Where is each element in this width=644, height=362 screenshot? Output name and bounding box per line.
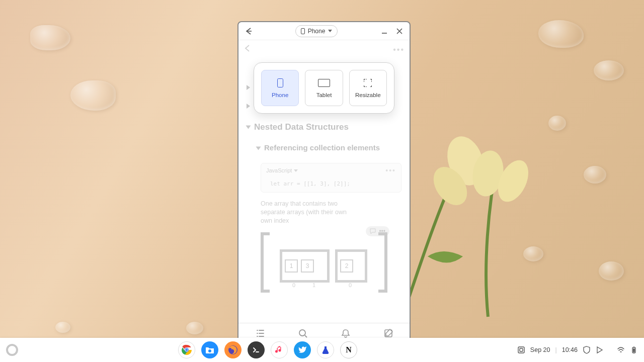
svg-rect-16 bbox=[633, 348, 635, 352]
chevron-down-icon bbox=[328, 30, 332, 32]
device-selector-popup: Phone Tablet Resizable bbox=[254, 62, 394, 114]
search-icon bbox=[298, 328, 308, 338]
device-option-phone[interactable]: Phone bbox=[261, 70, 299, 106]
terminal-icon bbox=[252, 346, 260, 354]
app-files[interactable] bbox=[201, 341, 218, 358]
titlebar: Phone bbox=[238, 22, 410, 40]
close-button[interactable] bbox=[393, 25, 406, 37]
option-label: Resizable bbox=[355, 92, 381, 98]
device-option-tablet[interactable]: Tablet bbox=[305, 70, 343, 106]
phone-icon bbox=[277, 78, 283, 87]
chrome-icon bbox=[181, 344, 193, 356]
minimize-button[interactable] bbox=[378, 25, 390, 37]
device-label: Phone bbox=[308, 28, 326, 35]
shield-icon bbox=[583, 346, 591, 354]
resizable-icon bbox=[364, 79, 372, 87]
battery-icon bbox=[630, 346, 638, 354]
svg-point-10 bbox=[208, 349, 211, 352]
app-lab[interactable] bbox=[317, 341, 334, 358]
app-firefox[interactable] bbox=[224, 341, 242, 358]
phone-icon bbox=[301, 28, 305, 34]
back-button[interactable] bbox=[243, 25, 255, 37]
app-chrome[interactable] bbox=[178, 341, 195, 358]
tray-date: Sep 20 bbox=[530, 346, 550, 353]
bell-icon bbox=[341, 328, 351, 338]
twitter-icon bbox=[298, 345, 307, 354]
firefox-icon bbox=[227, 344, 238, 355]
svg-point-2 bbox=[427, 161, 474, 212]
tray-time: 10:46 bbox=[562, 346, 578, 353]
launcher-button[interactable] bbox=[6, 344, 18, 356]
svg-point-4 bbox=[299, 330, 305, 336]
content-area: ••• Sorting Nested Data Structures Refer… bbox=[238, 40, 410, 323]
music-icon bbox=[275, 345, 284, 354]
tablet-icon bbox=[318, 79, 330, 87]
svg-rect-15 bbox=[633, 347, 634, 348]
flask-icon bbox=[321, 345, 330, 354]
play-store-icon bbox=[596, 346, 604, 354]
svg-rect-12 bbox=[518, 347, 524, 353]
svg-point-0 bbox=[441, 132, 490, 190]
app-music[interactable] bbox=[271, 341, 288, 358]
device-selector-button[interactable]: Phone bbox=[295, 25, 338, 37]
svg-point-3 bbox=[492, 155, 534, 207]
desktop: Phone ••• bbox=[0, 0, 644, 362]
app-twitter[interactable] bbox=[294, 341, 311, 358]
screenshot-icon bbox=[517, 346, 525, 354]
app-terminal[interactable] bbox=[248, 341, 265, 358]
svg-rect-13 bbox=[520, 348, 523, 351]
option-label: Phone bbox=[272, 92, 288, 98]
option-label: Tablet bbox=[316, 92, 332, 98]
app-window: Phone ••• bbox=[237, 21, 411, 346]
compose-icon bbox=[383, 328, 393, 338]
wifi-icon bbox=[617, 346, 625, 354]
device-option-resizable[interactable]: Resizable bbox=[349, 70, 387, 106]
system-tray[interactable]: Sep 20 | 10:46 bbox=[517, 346, 638, 354]
svg-point-9 bbox=[186, 349, 188, 351]
shelf: N Sep 20 | 10:46 bbox=[0, 338, 644, 362]
notion-icon: N bbox=[346, 345, 352, 354]
svg-point-1 bbox=[469, 148, 507, 199]
app-notion[interactable]: N bbox=[340, 341, 357, 358]
shelf-apps: N bbox=[178, 341, 357, 358]
list-icon bbox=[255, 328, 265, 338]
folder-icon bbox=[205, 345, 214, 354]
